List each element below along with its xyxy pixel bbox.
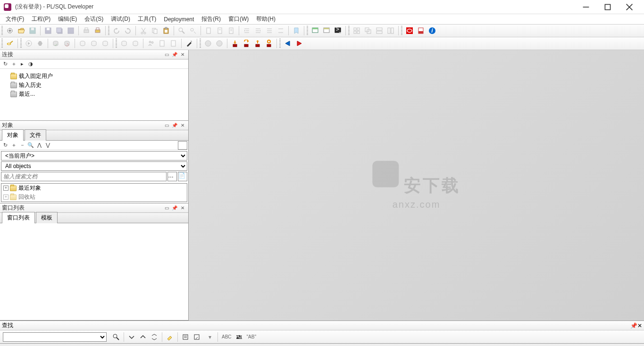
tree-item[interactable]: 载入固定用户 [2,72,186,81]
doc-check-button[interactable] [157,38,167,49]
menu-session[interactable]: 会话(S) [81,14,107,24]
panel-pin-icon[interactable]: 📌 [171,122,178,129]
refresh-icon[interactable]: ↻ [1,142,9,149]
tree-item[interactable]: 输入历史 [2,81,186,90]
break-button[interactable] [35,38,45,49]
find-all-icon[interactable] [149,332,159,342]
new-doc-button[interactable] [203,25,214,36]
debug-start-button[interactable] [203,38,213,49]
folder-icon-btn[interactable]: ▸ [18,60,26,68]
panel-window-icon[interactable]: ▭ [163,205,170,211]
tab-template[interactable]: 模板 [36,212,58,223]
find-next-button[interactable] [188,25,198,36]
menu-deployment[interactable]: Deployment [160,15,198,24]
panel-pin-icon[interactable]: 📌 [171,51,178,58]
bookmark-button[interactable] [291,25,301,36]
search-input[interactable] [1,172,167,181]
step-over-button[interactable] [241,38,251,49]
command-window-button[interactable]: >_ [333,25,343,36]
preferences-button[interactable] [184,38,194,49]
blank-button[interactable] [178,141,187,150]
panel-close-icon[interactable]: ✕ [179,122,186,129]
panel-close-icon[interactable]: ✕ [179,205,186,211]
menu-debug[interactable]: 调试(D) [107,14,134,24]
run-to-cursor-button[interactable] [264,38,274,49]
menu-help[interactable]: 帮助(H) [252,14,279,24]
menu-reports[interactable]: 报告(R) [198,14,225,24]
pdf-button[interactable] [416,25,426,36]
tab-window-list[interactable]: 窗口列表 [2,212,35,223]
search-doc-button[interactable]: 📄 [178,172,187,181]
panel-pin-icon[interactable]: 📌 [171,205,178,211]
paste-button[interactable] [161,25,171,36]
tree-item[interactable]: +回收站 [1,193,187,202]
save-button[interactable] [27,25,38,36]
undo-button[interactable] [111,25,122,36]
list-icon[interactable] [192,332,202,342]
new-button[interactable] [5,25,15,36]
comment-button[interactable] [264,25,275,36]
open-button[interactable] [16,25,26,36]
db4-button[interactable] [119,38,129,49]
new-doc3-button[interactable] [226,25,236,36]
tree-item[interactable]: +最近对象 [1,184,187,193]
menu-project[interactable]: 工程(P) [28,14,54,24]
browse-button[interactable]: … [167,172,177,181]
panel-close-icon[interactable]: ✕ [637,322,642,329]
user-combo[interactable]: <当前用户> [1,151,187,160]
login-button[interactable] [5,38,15,49]
uncomment-button[interactable] [276,25,286,36]
tile-h-button[interactable] [374,25,385,36]
expand-icon[interactable]: ＋ [9,142,18,149]
find-down-icon[interactable] [126,332,137,342]
filter-combo[interactable]: All objects [1,161,187,171]
find-obj-icon[interactable]: 🔍 [26,142,35,149]
highlight-icon[interactable] [165,332,175,342]
panel-window-icon[interactable]: ▭ [163,122,170,129]
collapse-icon[interactable]: － [18,142,26,149]
panel-close-icon[interactable]: ✕ [179,51,186,58]
oracle-button[interactable] [404,25,415,36]
tab-objects[interactable]: 对象 [2,129,24,141]
cut-button[interactable] [138,25,149,36]
tree-item[interactable]: 最近... [2,90,186,99]
db2-button[interactable] [89,38,99,49]
indent-right-button[interactable] [253,25,263,36]
save-disk-button[interactable] [43,25,53,36]
refresh-icon[interactable]: ↻ [1,60,9,68]
new-doc2-button[interactable] [215,25,225,36]
cascade-button[interactable] [363,25,373,36]
scope-icon[interactable] [180,332,191,342]
filter-up-icon[interactable]: ⋀ [35,142,43,149]
menu-edit[interactable]: 编辑(E) [54,14,81,24]
tile-button[interactable] [351,25,362,36]
maximize-button[interactable] [597,0,619,14]
debug-stop-button[interactable] [214,38,225,49]
doc-check2-button[interactable] [168,38,179,49]
print-setup-button[interactable] [92,25,103,36]
find-button[interactable] [176,25,187,36]
find-up-icon[interactable] [138,332,148,342]
copy-button[interactable] [150,25,160,36]
menu-file[interactable]: 文件(F) [2,14,28,24]
case-icon[interactable]: Aa [234,332,244,342]
group-icon[interactable]: ◑ [26,60,35,68]
step-into-button[interactable] [230,38,240,49]
find-search-icon[interactable] [111,332,121,342]
panel-window-icon[interactable]: ▭ [163,51,170,58]
sql-window-button[interactable] [310,25,320,36]
redo-button[interactable] [123,25,133,36]
save-db-button[interactable] [66,25,76,36]
menu-tools[interactable]: 工具(T) [134,14,160,24]
db5-button[interactable] [130,38,141,49]
step-out-button[interactable] [252,38,263,49]
panel-pin-icon[interactable]: 📌 [630,322,637,329]
minimize-button[interactable] [575,0,597,14]
info-button[interactable]: i [427,25,437,36]
users-button[interactable] [146,38,156,49]
filter-down-icon[interactable]: ⋁ [43,142,52,149]
menu-window[interactable]: 窗口(W) [225,14,252,24]
nav-back-button[interactable] [283,38,293,49]
find-combo[interactable] [3,332,107,342]
execute-button[interactable] [24,38,34,49]
